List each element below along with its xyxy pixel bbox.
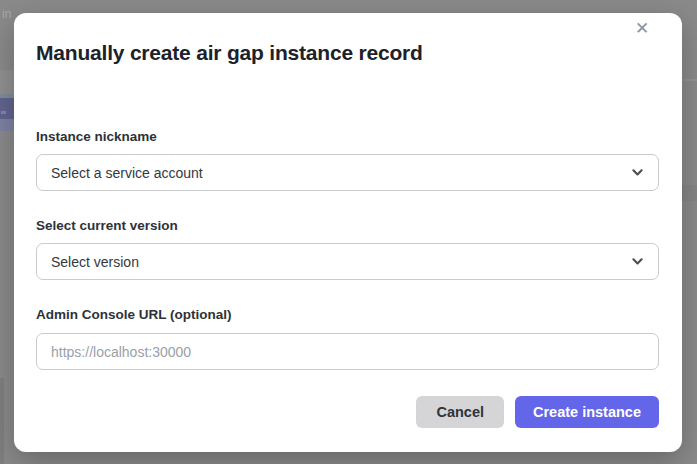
modal-button-row: Cancel Create instance [416,396,659,428]
background-band [0,70,14,94]
current-version-label: Select current version [36,218,178,233]
instance-nickname-select-value: Select a service account [51,165,631,181]
admin-console-url-label: Admin Console URL (optional) [36,307,232,322]
close-icon[interactable]: ✕ [632,19,652,39]
modal-header: Manually create air gap instance record [36,41,659,65]
instance-nickname-label: Instance nickname [36,129,157,144]
current-version-select[interactable]: Select version [36,243,659,280]
chevron-down-icon [631,166,644,179]
background-right-divider [682,79,697,81]
background-sidebar-dash [1,111,6,114]
background-sidebar-subitem [0,119,14,131]
cancel-button[interactable]: Cancel [416,396,504,428]
admin-console-url-input[interactable] [36,333,659,370]
background-right-band [682,185,697,201]
background-left-strip [0,378,4,464]
create-instance-button[interactable]: Create instance [515,396,659,428]
current-version-select-value: Select version [51,254,631,270]
create-air-gap-instance-modal: Manually create air gap instance record … [14,13,682,452]
background-text-fragment: in [2,7,11,21]
background-sidebar-item [0,98,14,119]
instance-nickname-select[interactable]: Select a service account [36,154,659,191]
modal-title: Manually create air gap instance record [36,41,423,65]
chevron-down-icon [631,255,644,268]
